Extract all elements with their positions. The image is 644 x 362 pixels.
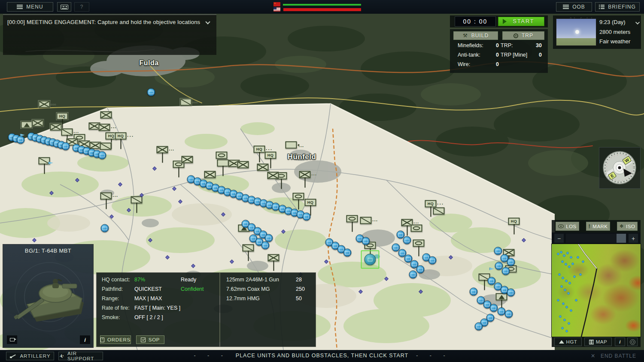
- map-unit-blue[interactable]: [502, 267, 510, 275]
- map-unit-ad[interactable]: [496, 293, 507, 301]
- map-unit-ad[interactable]: [21, 121, 33, 129]
- map-unit-tick[interactable]: [230, 259, 234, 264]
- zoom-slider-handle[interactable]: [617, 234, 626, 243]
- map-unit-blue[interactable]: [507, 289, 515, 297]
- map-unit-armor[interactable]: [411, 225, 422, 232]
- weather-chevron-icon[interactable]: [635, 20, 640, 24]
- map-unit-armor[interactable]: [216, 152, 228, 159]
- map-unit-inf[interactable]: [267, 172, 279, 179]
- map-unit-blue[interactable]: [403, 236, 411, 244]
- map-unit-blue[interactable]: [343, 249, 352, 257]
- map-unit-supply[interactable]: [180, 99, 192, 106]
- map-unit-tick[interactable]: [384, 277, 389, 281]
- map-unit-inf[interactable]: [157, 146, 168, 154]
- map-unit-blue[interactable]: [362, 237, 370, 245]
- map-unit-inf[interactable]: [204, 171, 216, 178]
- heightmap-button[interactable]: HGT: [554, 338, 582, 346]
- map-unit-inf[interactable]: [257, 164, 269, 171]
- help-button[interactable]: ?: [74, 2, 89, 12]
- map-unit-blue[interactable]: [494, 247, 502, 255]
- map-unit-tick[interactable]: [118, 182, 122, 187]
- sop-button[interactable]: SOP: [136, 335, 164, 344]
- map-unit-inf[interactable]: [299, 171, 311, 178]
- map-unit-armor[interactable]: [217, 160, 229, 167]
- map-unit-inf[interactable]: [100, 112, 112, 119]
- briefing-button[interactable]: BRIEFING: [595, 2, 640, 12]
- map-unit-supply[interactable]: [433, 208, 445, 215]
- zoom-out-button[interactable]: −: [554, 234, 564, 243]
- map-unit-hq[interactable]: HQ: [265, 152, 276, 159]
- map-unit-blue[interactable]: [98, 151, 106, 160]
- map-unit-armor[interactable]: [346, 215, 358, 223]
- map-unit-supply[interactable]: [131, 196, 143, 204]
- map-unit-tick[interactable]: [281, 229, 286, 234]
- map-unit-armor[interactable]: [293, 193, 304, 200]
- map-unit-tick[interactable]: [49, 191, 54, 195]
- map-unit-supply[interactable]: [39, 157, 50, 165]
- zoom-slider-track[interactable]: [566, 234, 626, 243]
- map-unit-hq[interactable]: HQ: [57, 113, 68, 120]
- map-unit-supply[interactable]: [243, 244, 254, 252]
- iso-button[interactable]: ❖ ISO: [617, 222, 638, 231]
- map-unit-blue[interactable]: [416, 265, 425, 274]
- map-unit-supply[interactable]: [61, 129, 73, 136]
- map-unit-blue[interactable]: [397, 231, 405, 239]
- map-unit-tick[interactable]: [165, 255, 170, 259]
- map-unit-tick[interactable]: [191, 264, 195, 268]
- map-unit-tick[interactable]: [75, 178, 79, 182]
- map-unit-tick[interactable]: [172, 187, 176, 191]
- contour-toggle-button[interactable]: [627, 338, 638, 346]
- map-unit-bluesel[interactable]: [365, 254, 376, 265]
- map-unit-hq[interactable]: HQ: [115, 133, 127, 140]
- map-unit-inf[interactable]: [237, 161, 249, 169]
- mark-button[interactable]: ! MARK: [586, 222, 610, 231]
- menu-button[interactable]: MENU: [7, 2, 53, 12]
- map-unit-inf[interactable]: [32, 120, 44, 127]
- map-unit-hq[interactable]: HQ: [508, 218, 520, 225]
- map-unit-inf[interactable]: [90, 142, 101, 149]
- map-unit-supply[interactable]: [100, 193, 112, 200]
- map-unit-flag[interactable]: [489, 268, 494, 272]
- map-unit-blue[interactable]: [261, 241, 270, 250]
- map-unit-hq[interactable]: HQ: [305, 199, 316, 206]
- map-unit-tick[interactable]: [358, 290, 363, 294]
- chevron-down-icon[interactable]: [205, 19, 210, 24]
- map-unit-blue[interactable]: [490, 304, 498, 312]
- map-unit-blue[interactable]: [470, 288, 478, 296]
- end-battle-button[interactable]: × END BATTLE: [591, 352, 636, 360]
- map-unit-hq[interactable]: HQ: [425, 200, 437, 208]
- map-unit-blue[interactable]: [507, 258, 515, 266]
- map-unit-tick[interactable]: [178, 199, 182, 204]
- map-unit-tick[interactable]: [522, 238, 526, 242]
- map-unit-tick[interactable]: [221, 212, 225, 217]
- map-unit-inf[interactable]: [182, 156, 193, 163]
- los-button[interactable]: LOS: [556, 222, 579, 231]
- map-unit-tick[interactable]: [324, 259, 328, 264]
- trp-tab[interactable]: TRP: [502, 31, 544, 40]
- minimap[interactable]: [552, 244, 641, 337]
- map-unit-hq[interactable]: HQ: [254, 146, 265, 153]
- unit-info-button[interactable]: i: [80, 335, 90, 344]
- map-unit-tick[interactable]: [32, 238, 36, 242]
- map-unit-blue[interactable]: [409, 271, 417, 279]
- map-unit-inf[interactable]: [50, 124, 62, 131]
- map-unit-blue[interactable]: [475, 323, 483, 331]
- map-unit-armor[interactable]: [413, 240, 425, 247]
- build-tab[interactable]: ⚒ BUILD: [453, 31, 498, 40]
- hotkeys-button[interactable]: [57, 2, 71, 12]
- map-unit-blue[interactable]: [428, 256, 437, 265]
- map-unit-tick[interactable]: [109, 214, 114, 219]
- map-unit-supply[interactable]: [360, 217, 372, 224]
- map-unit-inf[interactable]: [99, 124, 110, 131]
- map-unit-blue[interactable]: [17, 136, 25, 144]
- map-unit-armor[interactable]: [286, 142, 297, 149]
- map-unit-blue[interactable]: [505, 310, 513, 318]
- map-unit-blue[interactable]: [303, 213, 311, 221]
- map-unit-inf[interactable]: [39, 101, 50, 108]
- start-button[interactable]: START: [498, 17, 544, 26]
- minimap-info-button[interactable]: i: [615, 338, 625, 346]
- zoom-in-button[interactable]: +: [629, 234, 638, 243]
- map-unit-inf[interactable]: [268, 254, 279, 262]
- map-unit-tick[interactable]: [419, 290, 423, 294]
- orders-button[interactable]: ORDERS: [100, 335, 131, 344]
